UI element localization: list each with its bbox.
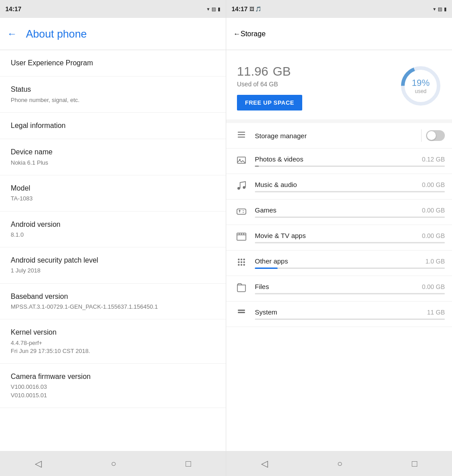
left-status-bar: 14:17 ▾ ▨ ▮ bbox=[0, 0, 226, 18]
storage-row-content: Music & audio 0.00 GB bbox=[255, 181, 445, 192]
row-name: Other apps bbox=[255, 257, 288, 265]
row-name: Games bbox=[255, 206, 276, 214]
item-subtitle: TA-1083 bbox=[11, 195, 215, 203]
divider bbox=[421, 129, 422, 142]
item-title: Baseband version bbox=[11, 292, 215, 302]
svg-rect-9 bbox=[237, 209, 246, 214]
list-item-device-name[interactable]: Device name Nokia 6.1 Plus bbox=[0, 139, 226, 175]
right-home-nav-button[interactable]: ○ bbox=[337, 459, 342, 469]
list-item-user-experience[interactable]: User Experience Program bbox=[0, 50, 226, 76]
item-title: Kernel version bbox=[11, 327, 215, 337]
audio-indicator-icon: 🎵 bbox=[255, 6, 262, 12]
storage-row-content: Movie & TV apps 0.00 GB bbox=[255, 232, 445, 243]
right-back-nav-button[interactable]: ◁ bbox=[261, 458, 268, 469]
apps-icon bbox=[233, 257, 249, 269]
svg-rect-3 bbox=[238, 134, 245, 135]
files-icon bbox=[233, 282, 249, 295]
recents-nav-button[interactable]: □ bbox=[186, 459, 191, 469]
games-icon bbox=[233, 206, 249, 218]
right-panel: 14:17 🖼 🎵 ▾ ▨ ▮ ← Storage 11.96 GB Used … bbox=[226, 0, 452, 476]
storage-manager-icon bbox=[233, 130, 249, 141]
right-back-button[interactable]: ← bbox=[233, 30, 241, 38]
movie-icon bbox=[233, 231, 249, 244]
svg-point-28 bbox=[243, 264, 245, 266]
storage-row-system[interactable]: System 11 GB bbox=[226, 302, 452, 327]
used-gb-display: 11.96 GB bbox=[237, 61, 302, 80]
signal-icon: ▨ bbox=[211, 6, 216, 12]
row-size: 0.00 GB bbox=[422, 232, 445, 239]
progress-fill bbox=[255, 166, 259, 167]
donut-used-text: used bbox=[412, 88, 430, 94]
svg-rect-30 bbox=[238, 312, 245, 313]
row-size: 0.00 GB bbox=[422, 283, 445, 290]
item-subtitle: MPSS.AT.3.1-00729.1-GEN_PACK-1.155637.1.… bbox=[11, 303, 215, 311]
storage-manager-label: Storage manager bbox=[255, 132, 417, 140]
list-item-kernel[interactable]: Kernel version 4.4.78-perf+ Fri Jun 29 1… bbox=[0, 319, 226, 364]
item-title: Status bbox=[11, 85, 215, 94]
svg-point-7 bbox=[237, 187, 240, 190]
storage-row-content: Files 0.00 GB bbox=[255, 283, 445, 294]
right-recents-nav-button[interactable]: □ bbox=[412, 459, 417, 469]
storage-donut-chart: 19% used bbox=[398, 64, 443, 108]
row-name: Movie & TV apps bbox=[255, 232, 306, 239]
storage-row-files[interactable]: Files 0.00 GB bbox=[226, 276, 452, 302]
row-size: 11 GB bbox=[427, 309, 445, 316]
back-nav-button[interactable]: ◁ bbox=[35, 458, 42, 469]
storage-row-music[interactable]: Music & audio 0.00 GB bbox=[226, 174, 452, 200]
right-status-icons: ▾ ▨ ▮ bbox=[433, 6, 447, 12]
storage-manager-row[interactable]: Storage manager bbox=[226, 123, 452, 149]
storage-manager-toggle[interactable] bbox=[426, 130, 445, 141]
list-item-security-patch[interactable]: Android security patch level 1 July 2018 bbox=[0, 247, 226, 284]
progress-fill bbox=[255, 268, 278, 269]
used-of-label: Used of 64 GB bbox=[237, 81, 302, 88]
storage-text-block: 11.96 GB Used of 64 GB FREE UP SPACE bbox=[237, 61, 302, 110]
donut-label: 19% used bbox=[412, 77, 430, 94]
storage-row-content: Other apps 1.0 GB bbox=[255, 257, 445, 269]
list-item-camera-firmware[interactable]: Camera firmware version V100.0016.03 V01… bbox=[0, 364, 226, 408]
storage-row-games[interactable]: Games 0.00 GB bbox=[226, 200, 452, 225]
left-status-icons: ▾ ▨ ▮ bbox=[207, 6, 220, 12]
list-item-baseband[interactable]: Baseband version MPSS.AT.3.1-00729.1-GEN… bbox=[0, 284, 226, 320]
donut-percent: 19% bbox=[412, 77, 430, 88]
right-status-bar: 14:17 🖼 🎵 ▾ ▨ ▮ bbox=[226, 0, 452, 18]
list-item-status[interactable]: Status Phone number, signal, etc. bbox=[0, 76, 226, 113]
item-subtitle: Nokia 6.1 Plus bbox=[11, 159, 215, 167]
right-page-title: Storage bbox=[241, 30, 266, 38]
progress-bg bbox=[255, 242, 445, 243]
right-nav-bar: ◁ ○ □ bbox=[226, 451, 452, 476]
right-time: 14:17 bbox=[232, 5, 248, 13]
right-wifi-icon: ▾ bbox=[433, 6, 436, 12]
svg-point-23 bbox=[238, 261, 240, 263]
storage-row-other-apps[interactable]: Other apps 1.0 GB bbox=[226, 251, 452, 276]
right-signal-icon: ▨ bbox=[438, 6, 442, 12]
svg-point-27 bbox=[241, 264, 242, 266]
storage-row-movie[interactable]: Movie & TV apps 0.00 GB bbox=[226, 225, 452, 251]
svg-point-20 bbox=[238, 259, 240, 260]
row-size: 1.0 GB bbox=[425, 258, 445, 265]
left-nav-bar: ◁ ○ □ bbox=[0, 451, 226, 476]
svg-point-22 bbox=[243, 259, 245, 260]
left-panel: 14:17 ▾ ▨ ▮ ← About phone User Experienc… bbox=[0, 0, 226, 476]
svg-rect-29 bbox=[238, 310, 245, 311]
item-subtitle: Phone number, signal, etc. bbox=[11, 96, 215, 104]
image-icon: 🖼 bbox=[249, 6, 254, 12]
list-item-android-version[interactable]: Android version 8.1.0 bbox=[0, 212, 226, 248]
free-up-space-button[interactable]: FREE UP SPACE bbox=[237, 95, 302, 110]
item-subtitle: 4.4.78-perf+ Fri Jun 29 17:35:10 CST 201… bbox=[11, 339, 215, 355]
progress-bg bbox=[255, 319, 445, 320]
svg-point-8 bbox=[243, 186, 245, 189]
left-back-button[interactable]: ← bbox=[7, 28, 17, 40]
item-title: User Experience Program bbox=[11, 58, 215, 68]
svg-point-14 bbox=[243, 212, 244, 213]
storage-summary: 11.96 GB Used of 64 GB FREE UP SPACE 19%… bbox=[226, 50, 452, 119]
wifi-icon: ▾ bbox=[207, 6, 210, 12]
svg-point-24 bbox=[241, 261, 242, 263]
about-phone-list: User Experience Program Status Phone num… bbox=[0, 50, 226, 451]
storage-row-photos[interactable]: Photos & videos 0.12 GB bbox=[226, 149, 452, 174]
list-item-model[interactable]: Model TA-1083 bbox=[0, 175, 226, 212]
svg-point-25 bbox=[243, 261, 245, 263]
row-name: Music & audio bbox=[255, 181, 297, 188]
list-item-legal[interactable]: Legal information bbox=[0, 113, 226, 139]
home-nav-button[interactable]: ○ bbox=[111, 459, 116, 469]
svg-rect-4 bbox=[238, 137, 245, 138]
